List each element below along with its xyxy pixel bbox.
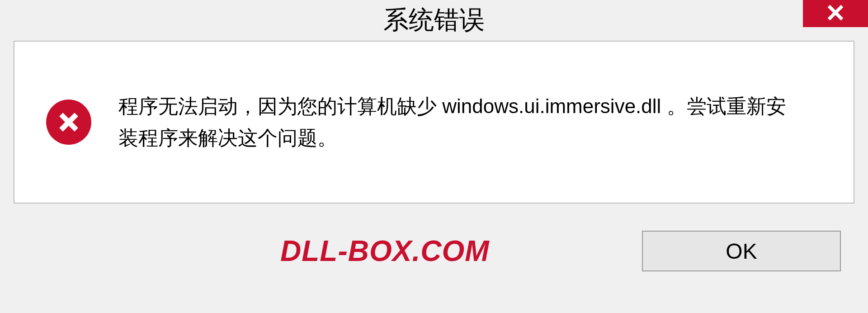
error-message: 程序无法启动，因为您的计算机缺少 windows.ui.immersive.dl… — [118, 90, 797, 154]
titlebar: 系统错误 — [0, 0, 868, 41]
ok-button[interactable]: OK — [642, 231, 841, 271]
dialog-title: 系统错误 — [383, 3, 485, 38]
dialog-content: 程序无法启动，因为您的计算机缺少 windows.ui.immersive.dl… — [14, 41, 854, 204]
ok-button-label: OK — [726, 239, 757, 264]
error-icon — [46, 100, 91, 145]
close-icon — [826, 3, 845, 24]
watermark-text: DLL-BOX.COM — [280, 234, 490, 268]
dialog-footer: DLL-BOX.COM OK — [0, 217, 868, 285]
close-button[interactable] — [803, 0, 868, 27]
